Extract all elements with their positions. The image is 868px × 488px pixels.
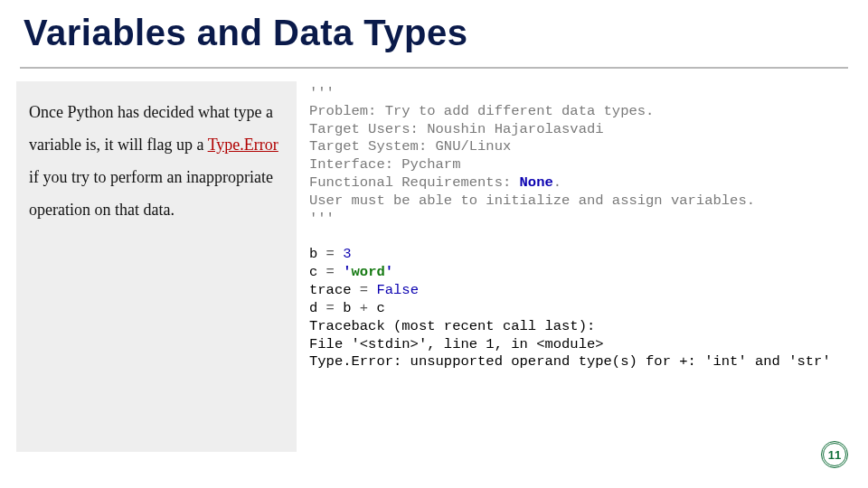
- code-3: 3: [343, 246, 351, 262]
- type-error-term: Type.Error: [208, 136, 278, 154]
- doc-line-users: Target Users: Noushin Hajarolasvadi: [309, 121, 604, 137]
- code-eq1: =: [326, 246, 344, 262]
- doc-line-interface: Interface: Pycharm: [309, 156, 460, 173]
- docstring-close: ''': [309, 211, 335, 227]
- code-word: word: [352, 264, 385, 280]
- page-number-badge: 11: [821, 441, 848, 468]
- doc-line-system: Target System: GNU/Linux: [309, 138, 511, 155]
- code-eq4: =: [326, 300, 344, 316]
- code-false: False: [376, 282, 419, 298]
- traceback-line: Traceback (most recent call last):: [309, 318, 595, 334]
- doc-line-must: User must be able to initialize and assi…: [309, 192, 755, 209]
- code-block: ''' Problem: Try to add different data t…: [309, 85, 846, 371]
- code-d: d: [309, 300, 326, 316]
- code-b: b: [309, 246, 326, 262]
- explanation-panel: Once Python has decided what type a vari…: [16, 81, 297, 452]
- file-line: File '<stdin>', line 1, in <module>: [309, 336, 604, 352]
- slide: Variables and Data Types Once Python has…: [0, 0, 868, 488]
- doc-line-problem: Problem: Try to add different data types…: [309, 103, 654, 119]
- code-panel: ''' Problem: Try to add different data t…: [297, 81, 852, 470]
- code-eq3: =: [360, 282, 377, 298]
- code-quote-close: ': [385, 264, 393, 280]
- docstring-open: ''': [309, 85, 335, 101]
- typeerror-line: Type.Error: unsupported operand type(s) …: [309, 353, 831, 370]
- prose-post: if you try to perform an inappropriate o…: [29, 168, 273, 219]
- code-quote-open: ': [343, 264, 351, 280]
- doc-line-req-dot: .: [553, 174, 561, 191]
- code-trace: trace: [309, 282, 360, 298]
- code-c: c: [309, 264, 326, 280]
- slide-title: Variables and Data Types: [0, 0, 868, 59]
- page-number: 11: [828, 448, 841, 462]
- code-plus: +: [360, 300, 377, 316]
- title-divider: [20, 67, 848, 69]
- code-eq2: =: [326, 264, 344, 280]
- code-c2: c: [376, 300, 384, 316]
- content-columns: Once Python has decided what type a vari…: [16, 81, 852, 470]
- doc-line-req-label: Functional Requirements:: [309, 174, 520, 191]
- code-b2: b: [343, 300, 360, 316]
- doc-line-req-none: None: [520, 174, 553, 191]
